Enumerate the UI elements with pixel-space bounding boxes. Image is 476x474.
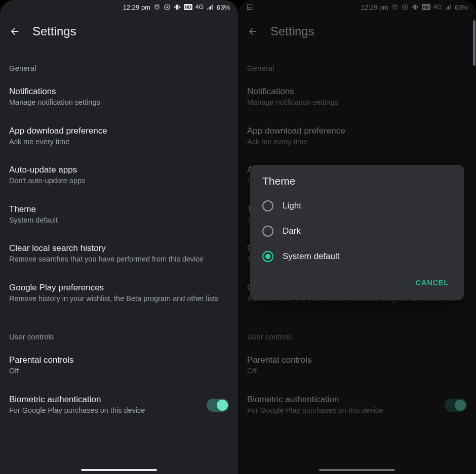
row-sub: Off xyxy=(9,366,229,376)
row-sub: Manage notification settings xyxy=(9,98,229,108)
radio-icon xyxy=(262,226,273,237)
row-parental[interactable]: Parental controls Off xyxy=(0,346,238,385)
row-sub: For Google Play purchases on this device xyxy=(9,406,201,416)
network-text: 4G xyxy=(195,4,204,11)
vibrate-icon xyxy=(174,4,181,11)
row-sub: Remove searches that you have performed … xyxy=(9,254,229,265)
alarm-icon xyxy=(153,4,161,11)
dialog-actions: CANCEL xyxy=(250,269,464,296)
back-icon[interactable] xyxy=(9,26,20,37)
section-header-user-controls: User controls xyxy=(0,319,238,346)
time-text: 12:29 pm xyxy=(123,4,150,11)
section-header-general: General xyxy=(0,51,238,77)
row-title: Google Play preferences xyxy=(9,283,229,293)
radio-label: Dark xyxy=(283,226,301,236)
row-title: Clear local search history xyxy=(9,243,229,253)
battery-text: 63% xyxy=(217,4,230,11)
right-screenshot: 12:29 pm HD 4G 63% Settings General Noti… xyxy=(238,0,476,474)
row-sub: System default xyxy=(9,216,229,226)
row-theme[interactable]: Theme System default xyxy=(0,195,238,235)
signal-icon xyxy=(207,4,214,11)
scrollbar[interactable] xyxy=(473,20,475,66)
data-saver-icon xyxy=(164,4,171,11)
row-auto-update[interactable]: Auto-update apps Don't auto-update apps xyxy=(0,156,238,195)
row-download-pref[interactable]: App download preference Ask me every tim… xyxy=(0,117,238,156)
row-sub: Don't auto-update apps xyxy=(9,176,229,186)
radio-icon xyxy=(262,251,273,262)
row-sub: Remove history in your wishlist, the Bet… xyxy=(9,294,229,304)
left-screenshot: 12:29 pm HD 4G 63% Settings General Noti… xyxy=(0,0,238,474)
radio-label: System default xyxy=(283,251,339,262)
row-play-prefs[interactable]: Google Play preferences Remove history i… xyxy=(0,274,238,313)
page-title: Settings xyxy=(32,24,76,38)
radio-option-system[interactable]: System default xyxy=(250,244,464,269)
cancel-button[interactable]: CANCEL xyxy=(411,274,454,291)
row-sub: Ask me every time xyxy=(9,137,229,147)
row-notifications[interactable]: Notifications Manage notification settin… xyxy=(0,77,238,117)
hd-icon: HD xyxy=(184,4,192,10)
row-title: Auto-update apps xyxy=(9,165,229,175)
radio-option-light[interactable]: Light xyxy=(250,193,464,219)
row-clear-search[interactable]: Clear local search history Remove search… xyxy=(0,234,238,274)
row-title: App download preference xyxy=(9,126,229,136)
radio-icon xyxy=(262,200,273,211)
row-title: Parental controls xyxy=(9,355,229,365)
row-biometric[interactable]: Biometric authentication For Google Play… xyxy=(0,385,238,425)
status-bar: 12:29 pm HD 4G 63% xyxy=(0,0,238,14)
biometric-toggle[interactable] xyxy=(207,399,229,412)
row-title: Biometric authentication xyxy=(9,395,201,405)
radio-label: Light xyxy=(283,201,301,211)
app-bar: Settings xyxy=(0,14,238,51)
row-title: Notifications xyxy=(9,87,229,97)
nav-pill[interactable] xyxy=(81,469,157,471)
row-title: Theme xyxy=(9,204,229,214)
radio-option-dark[interactable]: Dark xyxy=(250,219,464,244)
dialog-title: Theme xyxy=(250,175,464,193)
theme-dialog: Theme Light Dark System default CANCEL xyxy=(250,165,464,300)
